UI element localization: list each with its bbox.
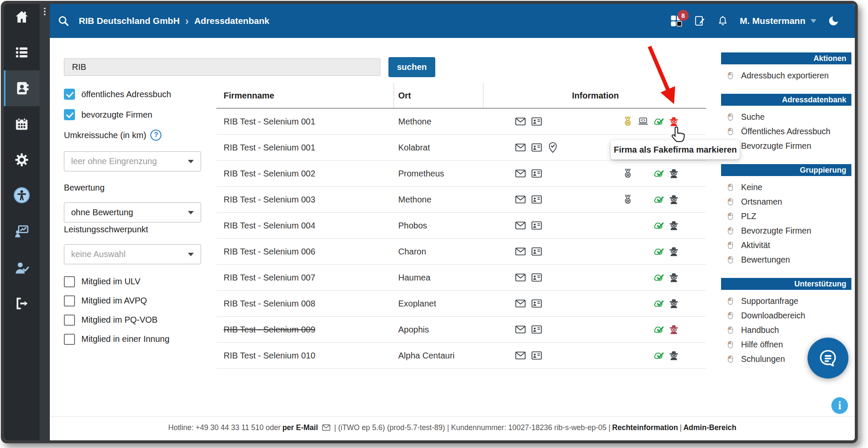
membership-checkbox-row[interactable]: Mitglied in einer Innung xyxy=(64,329,170,349)
dark-mode-moon-icon[interactable] xyxy=(828,15,839,27)
fake-company-spy-icon[interactable] xyxy=(668,194,680,205)
card-icon[interactable] xyxy=(531,324,543,335)
footer-link[interactable]: per E-Mail xyxy=(282,423,318,432)
user-menu[interactable]: M. Mustermann xyxy=(740,16,816,26)
laptop-icon[interactable] xyxy=(637,116,649,127)
sidebar-item-user-check[interactable] xyxy=(4,254,40,282)
table-row[interactable]: RIB Test - Selenium 009Apophis xyxy=(216,317,706,343)
panel-item[interactable]: PLZ xyxy=(721,209,851,223)
footer-link[interactable]: Rechteinformation xyxy=(612,423,678,432)
table-row[interactable]: RIB Test - Selenium 008Exoplanet xyxy=(216,291,706,317)
panel-item[interactable]: Ortsnamen xyxy=(721,194,851,209)
search-icon[interactable] xyxy=(57,15,69,27)
card-icon[interactable] xyxy=(531,142,543,153)
sidebar-item-list[interactable] xyxy=(4,38,40,66)
card-icon[interactable] xyxy=(531,194,543,205)
mail-icon[interactable] xyxy=(514,272,526,283)
panel-item[interactable]: Downloadbereich xyxy=(721,308,851,323)
table-row[interactable]: RIB Test - Selenium 007Haumea xyxy=(216,265,706,291)
fake-company-spy-icon[interactable] xyxy=(668,272,680,283)
fake-company-spy-icon[interactable] xyxy=(668,246,680,257)
cloud-check-icon[interactable] xyxy=(652,116,664,127)
sidebar-item-home[interactable] xyxy=(4,3,40,31)
panel-item[interactable]: Supportanfrage xyxy=(721,294,851,308)
checkbox[interactable] xyxy=(64,315,75,326)
panel-item[interactable]: Bevorzugte Firmen xyxy=(721,139,851,153)
cloud-check-icon[interactable] xyxy=(652,272,664,283)
note-edit-icon[interactable] xyxy=(694,15,706,27)
filter-preferred-companies[interactable]: bevorzugte Firmen xyxy=(64,104,171,125)
card-icon[interactable] xyxy=(531,298,543,309)
fake-company-spy-icon[interactable] xyxy=(668,116,680,127)
search-input[interactable] xyxy=(64,58,380,76)
card-icon[interactable] xyxy=(531,220,543,231)
panel-item[interactable]: Bevorzugte Firmen xyxy=(721,223,851,238)
card-icon[interactable] xyxy=(531,272,543,283)
panel-item[interactable]: Adressbuch exportieren xyxy=(721,68,851,83)
fake-company-spy-icon[interactable] xyxy=(668,350,680,361)
panel-item[interactable]: Bewertungen xyxy=(721,252,851,267)
fake-company-spy-icon[interactable] xyxy=(668,324,680,335)
sidebar-item-contacts[interactable] xyxy=(4,70,40,106)
checkbox[interactable] xyxy=(64,334,75,345)
card-icon[interactable] xyxy=(531,116,543,127)
mail-icon[interactable] xyxy=(514,220,526,231)
mail-icon[interactable] xyxy=(514,142,526,153)
table-row[interactable]: RIB Test - Selenium 002Prometheus xyxy=(216,161,706,187)
table-row[interactable]: RIB Test - Selenium 003Methone xyxy=(216,187,706,213)
fake-company-spy-icon[interactable] xyxy=(668,220,680,231)
cloud-check-icon[interactable] xyxy=(652,220,664,231)
membership-checkbox-row[interactable]: Mitglied im ULV xyxy=(64,272,170,291)
fake-company-spy-icon[interactable] xyxy=(668,168,680,179)
checkbox[interactable] xyxy=(64,89,75,100)
panel-item[interactable]: Suche xyxy=(721,110,851,124)
mail-icon[interactable] xyxy=(322,423,331,432)
search-button[interactable]: suchen xyxy=(388,57,435,77)
cloud-check-icon[interactable] xyxy=(652,246,664,257)
sidebar-item-settings[interactable] xyxy=(4,146,40,174)
table-row[interactable]: RIB Test - Selenium 010Alpha Centauri xyxy=(216,343,706,369)
panel-item[interactable]: Handbuch xyxy=(721,323,851,337)
mail-icon[interactable] xyxy=(514,246,526,257)
checkbox[interactable] xyxy=(64,295,75,306)
more-menu-dots[interactable] xyxy=(40,8,50,15)
cloud-check-icon[interactable] xyxy=(652,324,664,335)
mail-icon[interactable] xyxy=(514,168,526,179)
table-row[interactable]: RIB Test - Selenium 006Charon xyxy=(216,239,706,265)
panel-item[interactable]: Aktivität xyxy=(721,238,851,252)
mail-icon[interactable] xyxy=(514,324,526,335)
cloud-check-icon[interactable] xyxy=(652,350,664,361)
table-row[interactable]: RIB Test - Selenium 004Phobos xyxy=(216,213,706,239)
cloud-check-icon[interactable] xyxy=(652,168,664,179)
medal-icon[interactable] xyxy=(622,116,634,127)
checkbox[interactable] xyxy=(64,276,75,287)
medal-icon[interactable] xyxy=(622,194,634,205)
sidebar-item-accessibility[interactable] xyxy=(4,181,40,209)
breadcrumb-company[interactable]: RIB Deutschland GmbH xyxy=(79,16,180,26)
panel-item[interactable]: Öffentliches Adressbuch xyxy=(721,124,851,139)
mail-icon[interactable] xyxy=(514,298,526,309)
sidebar-item-calendar[interactable] xyxy=(4,110,40,138)
focus-select[interactable]: keine Auswahl xyxy=(64,244,201,264)
card-icon[interactable] xyxy=(531,168,543,179)
help-icon[interactable]: ? xyxy=(150,130,161,141)
bell-icon[interactable] xyxy=(717,15,729,27)
cloud-check-icon[interactable] xyxy=(652,194,664,205)
mail-icon[interactable] xyxy=(514,194,526,205)
cloud-check-icon[interactable] xyxy=(652,298,664,309)
footer-link[interactable]: Admin-Bereich xyxy=(683,423,736,432)
info-button[interactable]: i xyxy=(831,397,848,414)
mail-icon[interactable] xyxy=(514,116,526,127)
rating-select[interactable]: ohne Bewertung xyxy=(64,202,201,223)
chat-fab-button[interactable] xyxy=(808,338,848,379)
fake-company-spy-icon[interactable] xyxy=(668,298,680,309)
radius-select[interactable]: leer ohne Eingrenzung xyxy=(64,151,201,171)
sidebar-item-training[interactable] xyxy=(4,217,40,246)
table-row[interactable]: RIB Test - Selenium 001Methone xyxy=(216,109,706,135)
sidebar-item-logout[interactable] xyxy=(4,289,40,318)
card-icon[interactable] xyxy=(531,350,543,361)
membership-checkbox-row[interactable]: Mitglied im PQ-VOB xyxy=(64,310,170,329)
panel-item[interactable]: Keine xyxy=(721,180,851,194)
card-icon[interactable] xyxy=(531,246,543,257)
medal-icon[interactable] xyxy=(622,168,634,179)
